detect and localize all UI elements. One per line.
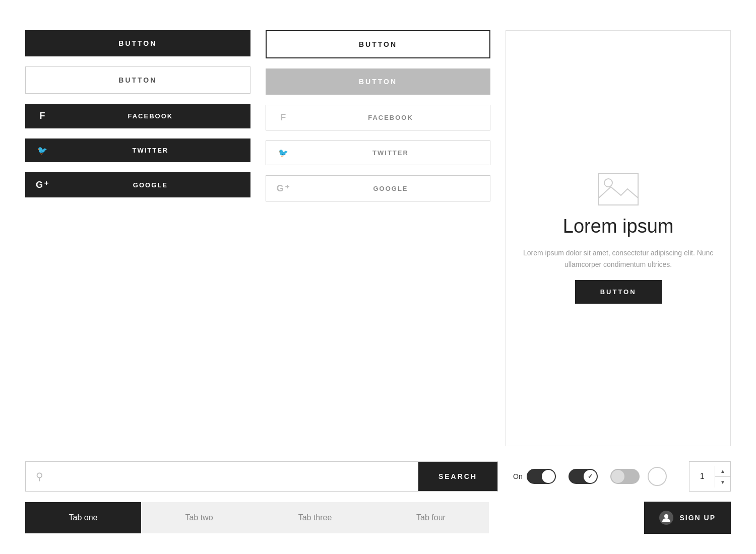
toggle-checked-container: ✓	[569, 469, 598, 484]
toggle-checked-knob: ✓	[584, 470, 597, 483]
twitter-dark-button[interactable]: 🐦 TWITTER	[25, 138, 250, 162]
stepper-buttons: ▲ ▼	[715, 466, 730, 488]
search-bar: ⚲ SEARCH	[25, 461, 498, 492]
radio-empty[interactable]	[648, 467, 667, 486]
google-outline-icon: g⁺	[276, 183, 291, 194]
twitter-dark-label: TWITTER	[60, 147, 240, 154]
tab-three[interactable]: Tab three	[257, 502, 373, 533]
facebook-icon: f	[35, 111, 50, 121]
signup-label: SIGN UP	[679, 514, 716, 522]
facebook-dark-button[interactable]: f FACEBOOK	[25, 104, 250, 128]
svg-rect-0	[599, 173, 638, 205]
signup-button[interactable]: SIGN UP	[644, 502, 731, 534]
toggle-on-knob	[542, 470, 555, 483]
search-input[interactable]	[48, 472, 408, 481]
svg-point-1	[604, 179, 612, 187]
button-solid-dark-1[interactable]: BUTTON	[25, 30, 250, 56]
stepper-value: 1	[689, 472, 715, 481]
search-input-wrapper: ⚲	[26, 462, 418, 491]
google-outline-button[interactable]: g⁺ GOOGLE	[266, 175, 491, 201]
card-image-placeholder	[598, 173, 639, 205]
stepper: 1 ▲ ▼	[689, 461, 731, 492]
toggle-on-label: On	[513, 472, 523, 480]
tab-two[interactable]: Tab two	[141, 502, 257, 533]
google-outline-label: GOOGLE	[301, 185, 480, 192]
toggle-off-container	[610, 467, 667, 486]
card: Lorem ipsum Lorem ipsum dolor sit amet, …	[506, 30, 731, 446]
search-icon: ⚲	[36, 470, 43, 482]
card-text: Lorem ipsum dolor sit amet, consectetur …	[521, 247, 715, 270]
tabs-container: Tab one Tab two Tab three Tab four	[25, 502, 634, 533]
tab-one[interactable]: Tab one	[25, 502, 141, 533]
facebook-outline-icon: f	[276, 112, 291, 123]
tab-four[interactable]: Tab four	[373, 502, 489, 533]
toggle-checked[interactable]: ✓	[569, 469, 598, 484]
facebook-outline-button[interactable]: f FACEBOOK	[266, 105, 491, 130]
twitter-outline-label: TWITTER	[301, 149, 480, 157]
twitter-outline-button[interactable]: 🐦 TWITTER	[266, 141, 491, 165]
facebook-outline-label: FACEBOOK	[301, 114, 480, 121]
button-outline-dark-1[interactable]: BUTTON	[266, 30, 491, 58]
button-disabled: BUTTON	[266, 68, 491, 95]
google-dark-label: GOOGLE	[60, 181, 240, 189]
card-title: Lorem ipsum	[563, 216, 674, 237]
button-outline-light-1[interactable]: BUTTON	[25, 66, 250, 94]
stepper-down-button[interactable]: ▼	[715, 477, 730, 488]
google-icon: g⁺	[35, 179, 50, 190]
stepper-up-button[interactable]: ▲	[715, 466, 730, 477]
user-icon	[659, 511, 673, 525]
twitter-icon: 🐦	[35, 146, 50, 155]
svg-point-2	[664, 514, 668, 518]
toggle-off[interactable]	[610, 469, 640, 484]
toggle-checkmark: ✓	[588, 473, 593, 480]
toggle-off-knob	[611, 470, 624, 483]
google-dark-button[interactable]: g⁺ GOOGLE	[25, 172, 250, 197]
search-button[interactable]: SEARCH	[418, 462, 497, 491]
facebook-dark-label: FACEBOOK	[60, 112, 240, 120]
bottom-controls-row: Tab one Tab two Tab three Tab four SIGN …	[25, 502, 731, 534]
toggle-group: On ✓	[513, 467, 667, 486]
toggle-on-container: On	[513, 469, 556, 484]
twitter-outline-icon: 🐦	[276, 148, 291, 158]
toggle-on[interactable]	[527, 469, 556, 484]
card-button[interactable]: BUTTON	[575, 280, 662, 304]
